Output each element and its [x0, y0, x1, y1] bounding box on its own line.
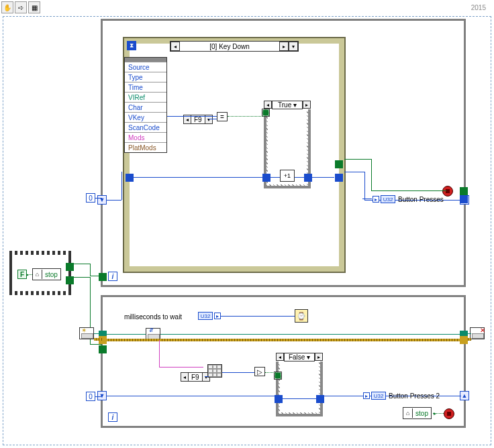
equal-node[interactable]: =: [217, 112, 228, 121]
wire-zero-top: [95, 198, 102, 199]
wire-vkey-equal: [167, 116, 217, 117]
ctrl-arrow-icon: ▸: [214, 313, 221, 319]
local-stop-label-bottom: stop: [413, 410, 431, 417]
event-tunnel-out: [335, 174, 343, 182]
event-row-scancode: ScanCode: [125, 122, 166, 132]
wire-sr-ind: [358, 396, 363, 396]
false-constant[interactable]: F: [17, 270, 27, 279]
case-prev-bottom[interactable]: ◂: [276, 353, 284, 361]
event-data-node[interactable]: Source Type Time VIRef Char VKey ScanCod…: [124, 57, 167, 153]
arrow-tool-button[interactable]: ➪: [15, 1, 27, 13]
wire-srl-event: [107, 200, 121, 201]
shift-register-left-top[interactable]: ▼: [97, 195, 107, 205]
event-tunnel-bool: [335, 160, 343, 168]
wire-event-sr-right: [311, 177, 334, 178]
f9-constant-bottom[interactable]: ◂ F9 ▾: [181, 372, 210, 382]
wire-seq-split-h: [71, 264, 90, 264]
house-icon: ⌂: [33, 270, 42, 279]
u32-box: U32: [381, 195, 395, 203]
case-selector-terminal-top: [262, 109, 269, 116]
timeout-terminal-icon: ⧗: [127, 41, 136, 50]
wire-inc-case-out: [295, 177, 307, 178]
event-row-type: Type: [125, 72, 166, 82]
case-selector-bottom[interactable]: ◂ False ▾ ▸: [276, 352, 323, 361]
wire-kb-thru: [160, 334, 461, 335]
event-row-mods: Mods: [125, 132, 166, 142]
wire-bool-h1: [344, 159, 371, 160]
zero-constant-top[interactable]: 0: [86, 193, 95, 203]
while-loop-bottom[interactable]: i milliseconds to wait U32 ▸ ⌚ ⇵ ◂ F9 ▾ …: [101, 295, 466, 428]
wire-kb-data-h: [159, 367, 203, 368]
wire-event-sr-left: [131, 177, 264, 178]
wire-sr-bottom-left: [107, 396, 276, 396]
shift-register-left-bottom[interactable]: ▼: [97, 391, 107, 400]
button-presses-label: Button Presses: [398, 196, 444, 203]
wire-gt-case: [265, 372, 276, 373]
keyboard-close-node[interactable]: ✕: [470, 327, 485, 339]
case-structure-top[interactable]: ◂ True ▾ ▸ +1: [264, 100, 311, 188]
u32-box-2: U32: [371, 392, 386, 400]
tunnel-bool-in-top: [99, 273, 107, 281]
icon-tool-button[interactable]: ▦: [28, 1, 40, 13]
indicator2-arrow-icon: ▸: [363, 392, 370, 399]
event-row-vkey: VKey: [125, 112, 166, 122]
case-label-top: True ▾: [272, 101, 303, 109]
event-structure[interactable]: ⧗ ◂ [0] Key Down ▸ ▾ Source Type Time VI…: [124, 38, 344, 272]
wire-kb-close-in: [466, 333, 471, 334]
tunnel-stop-top: [460, 187, 468, 195]
event-next-button[interactable]: ▸: [279, 42, 289, 51]
wire-kb-init: [94, 333, 102, 334]
wire-seq-b-h: [71, 277, 90, 278]
hand-tool-button[interactable]: ✋: [1, 1, 13, 13]
keyboard-init-node[interactable]: ✶: [79, 327, 94, 339]
star-icon: ✶: [81, 327, 87, 334]
case-next-top[interactable]: ▸: [303, 101, 311, 109]
local-variable-stop-bottom[interactable]: ⌂ stop ▸: [403, 407, 432, 419]
shift-register-right-bottom[interactable]: ▲: [460, 391, 469, 400]
local-variable-stop[interactable]: ▸ ⌂ stop: [32, 268, 61, 280]
greater-than-node[interactable]: ▷: [254, 367, 265, 376]
stop-terminal-bottom[interactable]: [444, 408, 454, 419]
zero-constant-bottom[interactable]: 0: [86, 392, 95, 401]
event-dropdown-button[interactable]: ▾: [289, 42, 298, 51]
increment-node[interactable]: +1: [280, 170, 295, 182]
wire-seq-bottom: [90, 344, 102, 345]
wire-f9-idx: [205, 376, 209, 377]
index-array-node[interactable]: [207, 364, 222, 378]
event-prev-button[interactable]: ◂: [170, 42, 180, 51]
event-tunnel-in: [126, 174, 134, 182]
wire-f-local: [27, 274, 32, 275]
ms-wait-label: milliseconds to wait: [124, 313, 182, 321]
iteration-terminal-bottom: i: [108, 412, 117, 422]
wire-ms-wait: [221, 316, 295, 317]
stop-terminal-top[interactable]: [442, 186, 453, 197]
wire-case-thru-bottom: [280, 398, 317, 399]
wire-zero-bottom: [95, 396, 102, 397]
case-structure-bottom[interactable]: ◂ False ▾ ▸: [276, 352, 323, 416]
tunnel-out-indicator: [460, 195, 468, 203]
wire-event-right-v: [364, 172, 365, 200]
wait-ms-node[interactable]: ⌚: [295, 309, 308, 323]
wire-kb-data-v: [159, 340, 160, 367]
wire-kb-in: [104, 334, 146, 335]
wire-srl-event-v: [121, 172, 122, 200]
house-icon-bottom: ⌂: [403, 408, 413, 418]
flat-sequence[interactable]: F ▸ ⌂ stop: [9, 251, 71, 295]
year-label: 2015: [471, 4, 486, 11]
button-presses-2-label: Button Presses 2: [389, 392, 440, 400]
button-presses-2-indicator[interactable]: ▸ U32 Button Presses 2: [363, 391, 440, 400]
indicator-arrow-icon: ▸: [373, 196, 379, 203]
event-row-source: Source: [125, 62, 166, 72]
wire-event-right-h: [344, 172, 364, 172]
iteration-terminal-top: i: [108, 272, 117, 281]
while-loop-top[interactable]: ▼ ▲ i ⧗ ◂ [0] Key Down ▸ ▾ Source Type T…: [101, 19, 466, 287]
case-prev-top[interactable]: ◂: [264, 101, 272, 109]
button-presses-indicator[interactable]: ▸ U32 Button Presses: [373, 194, 444, 204]
ms-wait-control[interactable]: U32 ▸: [197, 311, 221, 321]
case-selector-top[interactable]: ◂ True ▾ ▸: [264, 100, 311, 109]
case-next-bottom[interactable]: ▸: [315, 353, 323, 361]
event-case-label: [0] Key Down: [180, 43, 279, 50]
wire-idx-gt: [222, 372, 254, 373]
event-case-selector[interactable]: ◂ [0] Key Down ▸ ▾: [170, 41, 299, 52]
wire-seq-up-v: [90, 264, 91, 276]
